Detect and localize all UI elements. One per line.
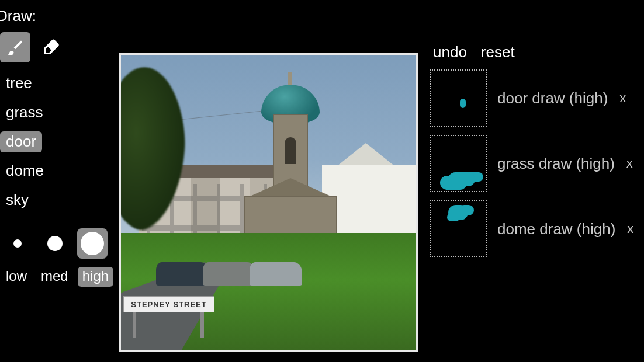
history-list: door draw (high) x grass draw (high) x d… (430, 69, 644, 257)
scene-car (156, 262, 209, 286)
history-remove-button[interactable]: x (619, 90, 626, 106)
category-sky[interactable]: sky (0, 190, 34, 211)
level-row: low med high (0, 267, 113, 287)
eraser-icon (41, 37, 61, 57)
history-label: door draw (high) (497, 89, 608, 107)
eraser-tool-button[interactable] (36, 32, 67, 62)
dot-medium-icon (47, 236, 63, 251)
undo-button[interactable]: undo (433, 43, 467, 61)
brush-size-small[interactable] (2, 228, 33, 259)
history-thumbnail[interactable] (430, 69, 487, 127)
scene-cars (156, 250, 290, 286)
reset-button[interactable]: reset (481, 43, 515, 61)
level-high[interactable]: high (78, 267, 113, 287)
dot-large-icon (81, 232, 104, 255)
stroke-preview-icon (448, 172, 475, 186)
brush-icon (6, 39, 24, 56)
history-item: door draw (high) x (430, 69, 644, 127)
drawing-canvas[interactable]: STEPNEY STREET (119, 53, 418, 352)
history-thumbnail[interactable] (430, 135, 487, 192)
history-header: undo reset (433, 43, 644, 61)
level-low[interactable]: low (1, 267, 32, 287)
history-panel: undo reset door draw (high) x grass draw… (418, 0, 644, 362)
stroke-preview-icon (460, 99, 466, 108)
brush-tool-button[interactable] (0, 32, 30, 62)
history-remove-button[interactable]: x (626, 156, 633, 171)
category-door[interactable]: door (0, 131, 42, 152)
history-item: dome draw (high) x (430, 200, 644, 257)
left-sidebar: Draw: tree grass door dome sky (0, 0, 114, 362)
canvas-area: STEPNEY STREET (114, 0, 418, 362)
history-label: grass draw (high) (497, 155, 615, 173)
tool-row (0, 32, 67, 62)
brush-size-medium[interactable] (40, 228, 70, 259)
scene-car (250, 262, 302, 286)
stroke-preview-icon (448, 205, 468, 220)
history-thumbnail[interactable] (430, 200, 487, 257)
scene-sign-post (133, 311, 136, 338)
scene-street-sign: STEPNEY STREET (123, 296, 214, 312)
level-med[interactable]: med (36, 267, 73, 287)
category-dome[interactable]: dome (0, 161, 50, 182)
brush-size-row (0, 228, 108, 259)
history-label: dome draw (high) (497, 220, 615, 238)
scene-car (203, 262, 255, 286)
dot-small-icon (13, 239, 22, 248)
category-list: tree grass door dome sky (0, 73, 50, 211)
category-grass[interactable]: grass (0, 102, 49, 123)
history-item: grass draw (high) x (430, 135, 644, 192)
scene-sign-post (200, 311, 204, 338)
category-tree[interactable]: tree (0, 73, 38, 94)
history-remove-button[interactable]: x (627, 221, 633, 236)
draw-title: Draw: (0, 7, 36, 25)
brush-size-large[interactable] (77, 228, 108, 259)
